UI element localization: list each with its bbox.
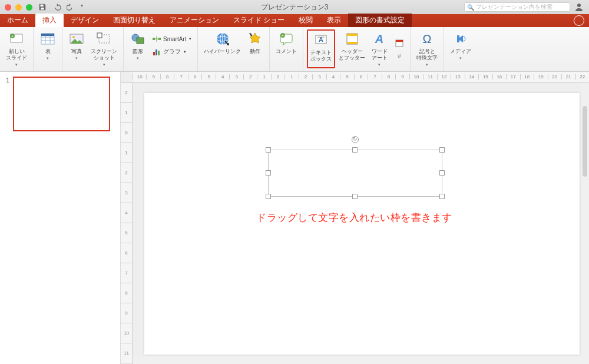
ruler-tick: 14	[465, 74, 478, 80]
ruler-tick: 4	[121, 203, 132, 223]
ruler-tick: 8	[160, 74, 174, 80]
tab-transitions[interactable]: 画面切り替え	[106, 14, 163, 27]
date-time-icon	[395, 38, 404, 48]
instruction-text: ドラッグして文字を入れたい枠を書きます	[256, 211, 452, 224]
svg-rect-21	[155, 49, 157, 55]
hyperlink-icon	[214, 31, 231, 47]
svg-text:A: A	[375, 32, 383, 45]
ruler-tick: 9	[146, 74, 160, 80]
maximize-window-button[interactable]	[26, 4, 32, 11]
tab-home[interactable]: ホーム	[0, 14, 35, 27]
svg-text:+: +	[11, 34, 14, 39]
qat-dropdown-icon[interactable]: ▾	[81, 3, 89, 11]
undo-icon[interactable]	[52, 3, 61, 11]
header-footer-icon	[344, 31, 360, 47]
resize-handle-bl[interactable]	[266, 194, 271, 199]
table-label: 表	[45, 48, 51, 55]
symbols-button[interactable]: Ω 記号と 特殊文字 ▾	[414, 29, 440, 68]
symbols-label: 記号と 特殊文字	[416, 48, 438, 61]
search-input[interactable]: 🔍 プレゼンテーション内を検索	[464, 2, 570, 12]
ruler-tick: 9	[121, 303, 132, 323]
ruler-tick: 4	[216, 74, 229, 80]
table-button[interactable]: 表 ▾	[37, 29, 58, 62]
chart-button[interactable]: グラフ▾	[150, 46, 194, 58]
tab-slideshow[interactable]: スライド ショー	[226, 14, 292, 27]
pictures-icon	[68, 31, 85, 47]
resize-handle-tr[interactable]	[439, 147, 445, 153]
rotate-handle[interactable]	[352, 136, 359, 143]
user-account-icon[interactable]	[574, 2, 584, 12]
shapes-button[interactable]: 図形 ▾	[127, 29, 148, 62]
resize-handle-ml[interactable]	[266, 170, 271, 176]
close-window-button[interactable]	[5, 4, 11, 11]
tab-shape-format[interactable]: 図形の書式設定	[348, 14, 412, 27]
slide-canvas[interactable]: ドラッグして文字を入れたい枠を書きます	[144, 93, 580, 355]
svg-text:+: +	[282, 34, 284, 38]
feedback-icon[interactable]	[574, 15, 584, 26]
tab-view[interactable]: 表示	[320, 14, 348, 27]
resize-handle-tm[interactable]	[352, 147, 358, 153]
slide-thumbnail-1[interactable]	[13, 77, 110, 131]
ruler-tick: 3	[312, 74, 326, 80]
save-icon[interactable]	[38, 3, 47, 11]
svg-rect-36	[347, 42, 358, 44]
ruler-tick: 22	[575, 74, 589, 80]
smartart-button[interactable]: SmartArt▾	[150, 33, 194, 45]
action-icon	[247, 31, 263, 47]
media-button[interactable]: メディア ▾	[448, 29, 474, 62]
tab-review[interactable]: 校閲	[292, 14, 320, 27]
vertical-scrollbar[interactable]	[581, 82, 589, 364]
svg-rect-1	[41, 8, 44, 10]
slide-number-button[interactable]: #	[392, 50, 406, 62]
svg-rect-17	[137, 38, 144, 44]
header-footer-button[interactable]: ヘッダー とフッター	[336, 29, 368, 68]
ruler-tick: 2	[121, 82, 132, 102]
tab-animations[interactable]: アニメーション	[163, 14, 226, 27]
ruler-tick: 5	[201, 74, 215, 80]
ruler-tick: 2	[121, 163, 132, 183]
ruler-tick: 11	[423, 74, 436, 80]
ruler-tick: 8	[121, 283, 132, 303]
window-controls	[5, 4, 32, 11]
minimize-window-button[interactable]	[15, 4, 22, 11]
screenshot-button[interactable]: スクリーン ショット ▾	[88, 29, 120, 68]
screenshot-icon	[96, 31, 112, 47]
ruler-tick: 7	[174, 74, 187, 80]
ruler-tick: 6	[188, 74, 201, 80]
resize-handle-br[interactable]	[439, 194, 445, 199]
redo-icon[interactable]	[67, 3, 75, 11]
horizontal-scrollbar[interactable]	[133, 356, 581, 364]
scrollbar-thumb[interactable]	[583, 106, 587, 177]
tab-design[interactable]: デザイン	[64, 14, 106, 27]
action-button[interactable]: 動作	[244, 29, 266, 56]
new-slide-button[interactable]: + 新しい スライド ▾	[4, 29, 29, 68]
wordart-button[interactable]: A ワード アート ▾	[369, 29, 390, 68]
textbox-button[interactable]: A テキスト ボックス	[307, 29, 335, 68]
textbox-shape[interactable]	[268, 150, 442, 197]
textbox-icon: A	[313, 32, 329, 48]
resize-handle-tl[interactable]	[266, 147, 271, 153]
media-label: メディア	[450, 48, 471, 55]
shapes-icon	[130, 31, 146, 47]
svg-text:Ω: Ω	[423, 32, 432, 45]
hyperlink-button[interactable]: ハイパーリンク	[201, 29, 243, 56]
screenshot-label: スクリーン ショット	[91, 48, 117, 61]
ruler-tick: 16	[492, 74, 506, 80]
date-time-button[interactable]	[392, 37, 406, 49]
svg-rect-20	[153, 52, 155, 55]
ruler-tick: 0	[271, 74, 284, 80]
comment-button[interactable]: + コメント	[273, 29, 299, 56]
svg-text:#: #	[398, 52, 402, 59]
ruler-tick: 3	[121, 183, 132, 203]
workspace: 1 10987654321012345678910111213141516171…	[0, 72, 589, 364]
ruler-tick: 17	[506, 74, 519, 80]
slide-number-label: 1	[6, 77, 9, 359]
tab-insert[interactable]: 挿入	[35, 14, 64, 27]
ruler-tick: 11	[121, 343, 132, 363]
ribbon: + 新しい スライド ▾ 表 ▾ 写真 ▾ スクリーン ショット ▾	[0, 27, 589, 72]
pictures-button[interactable]: 写真 ▾	[66, 29, 87, 68]
ruler-tick: 10	[121, 323, 132, 343]
resize-handle-bm[interactable]	[352, 194, 358, 199]
resize-handle-mr[interactable]	[439, 170, 445, 176]
header-footer-label: ヘッダー とフッター	[339, 48, 365, 61]
